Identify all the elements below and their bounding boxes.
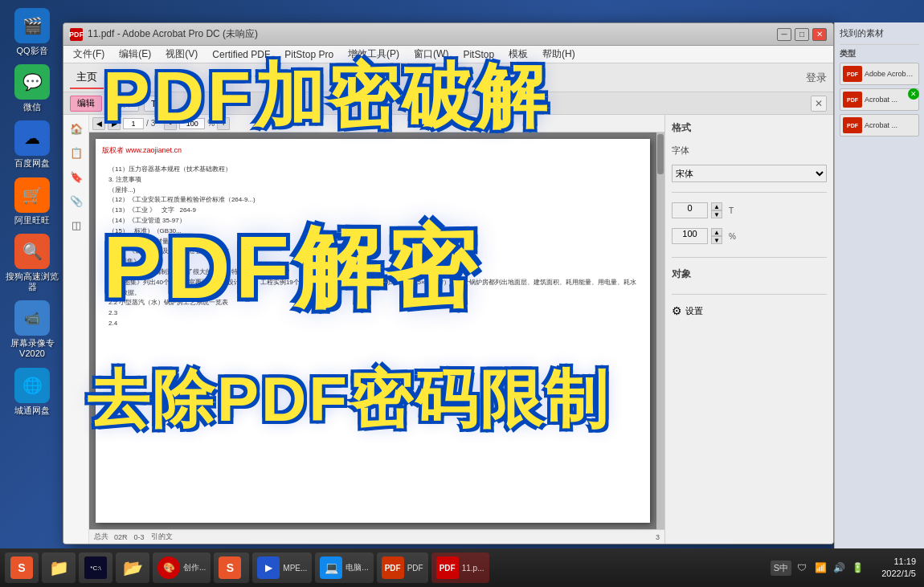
desktop-icon-screen-rec[interactable]: 📹 屏幕录像专V2020 xyxy=(3,300,61,359)
pdf-next-btn[interactable]: ▶ xyxy=(108,117,121,130)
pdf-line: 5. 在《图集》的编制过程中了很大的支持，特表示感谢。 xyxy=(108,267,637,278)
panel-icon-copy[interactable]: 📋 xyxy=(67,144,85,161)
taskbar-btn-acrobat[interactable]: PDF 11.p... xyxy=(431,552,489,583)
menu-item-window[interactable]: 窗口(W) xyxy=(407,46,455,63)
menu-bar: 文件(F) 编辑(E) 视图(V) Certified PDF PitStop … xyxy=(63,46,833,63)
sub-toolbar-edit-btn[interactable]: 编辑 xyxy=(70,96,102,112)
taskbar-icon-cmd: *C:\ xyxy=(84,556,107,579)
taskbar-icon-sougou2: S xyxy=(219,556,241,579)
window-maximize-button[interactable]: □ xyxy=(795,28,809,41)
panel-icon-home[interactable]: 🏠 xyxy=(67,120,85,137)
taskbar-btn-sougou2[interactable]: S xyxy=(214,552,249,583)
prop-size-up[interactable]: ▲ xyxy=(711,202,722,210)
desktop-icon-wechat[interactable]: 💬 微信 xyxy=(3,64,61,112)
pdf-line: （14）《工业管道 35-97） xyxy=(108,216,637,226)
desktop-icon-baidup[interactable]: ☁ 百度网盘 xyxy=(3,120,61,169)
page-info: 总共 xyxy=(94,532,112,542)
taskbar-btn-folder1[interactable]: 📁 xyxy=(42,552,76,583)
taskbar-icon-folder2: 📂 xyxy=(121,556,144,579)
pdf-line: 2.3 xyxy=(108,308,637,319)
tray-icon-volume[interactable]: 🔊 xyxy=(831,560,847,576)
pdf-line: （16）《城市 耗材量m³—方 xyxy=(108,237,637,247)
pdf-scrollbar-vertical[interactable] xyxy=(656,132,664,529)
taskbar-btn-pc[interactable]: 💻 电脑... xyxy=(315,552,373,583)
taskbar-btn-cmd[interactable]: *C:\ xyxy=(79,552,112,583)
outer-mat-item-2[interactable]: PDF Acrobat ... xyxy=(840,114,919,137)
pdf-line: （13）《工业 》 文字 264-9 xyxy=(108,206,637,216)
prop-size-down[interactable]: ▼ xyxy=(711,210,722,218)
tray-lang-indicator[interactable]: S中 xyxy=(771,561,791,576)
taskbar-icon-creative: 🎨 xyxy=(157,556,180,579)
taskbar-btn-sougou[interactable]: S xyxy=(5,552,39,583)
clock-time: 11:19 xyxy=(868,556,916,568)
pdf-zoom-in-btn[interactable]: + xyxy=(217,117,230,130)
pdf-line: （屋排...) xyxy=(108,185,637,196)
pdf-line: 2.2 小型蒸汽（水）锅炉房工艺系统一览表 xyxy=(108,298,637,308)
tray-icon-shield[interactable]: 🛡 xyxy=(794,560,810,576)
prop-kerning-row: 100 ▲ ▼ % xyxy=(672,228,827,244)
menu-item-help[interactable]: 帮助(H) xyxy=(536,46,582,63)
desktop-icon-city-disk[interactable]: 🌐 城通网盘 xyxy=(3,368,61,416)
panel-icon-attach[interactable]: 📎 xyxy=(67,192,85,210)
settings-label: 设置 xyxy=(685,305,703,317)
pdf-zoom-out-btn[interactable]: - xyxy=(164,117,177,130)
menu-item-edit[interactable]: 编辑(E) xyxy=(112,46,157,63)
prop-font-select[interactable]: 宋体 xyxy=(672,165,827,182)
toolbar-tab-tools[interactable]: 工具 xyxy=(117,67,150,88)
pdf-scroll-area[interactable]: 版权者 www.zaojianet.cn （11）压力容器基本规程（技术基础教程… xyxy=(89,132,656,529)
desktop-icon-alibaba[interactable]: 🛒 阿里旺旺 xyxy=(3,177,61,226)
window-minimize-button[interactable]: ─ xyxy=(777,28,791,41)
panel-icon-layers[interactable]: ◫ xyxy=(67,216,85,234)
prop-t-icon: T xyxy=(729,206,734,215)
outer-mat-item-0[interactable]: PDF Adobe Acrobat ... xyxy=(840,63,919,85)
prop-size-spinner[interactable]: ▲ ▼ xyxy=(711,202,722,218)
menu-item-file[interactable]: 文件(F) xyxy=(67,46,111,63)
pdf-main-area: 版权者 www.zaojianet.cn （11）压力容器基本规程（技术基础教程… xyxy=(89,132,664,529)
prop-size-input[interactable]: 0 xyxy=(672,202,708,218)
outer-mat-text-0: Adobe Acrobat ... xyxy=(865,70,916,78)
prop-kerning-spinner[interactable]: ▲ ▼ xyxy=(711,228,722,244)
taskbar-btn-mpe[interactable]: ▶ MPE... xyxy=(252,552,312,583)
desktop-icon-sougou[interactable]: 🔍 搜狗高速浏览器 xyxy=(3,234,61,292)
taskbar-btn-folder2[interactable]: 📂 xyxy=(116,552,149,583)
sub-toolbar: 编辑 选择 T ✕ xyxy=(63,92,833,115)
pdf-line: （17）《锅炉 施工及验收规范 接管 m—方 xyxy=(108,247,637,257)
window-close-button[interactable]: ✕ xyxy=(812,28,827,41)
pdf-prev-btn[interactable]: ◀ xyxy=(92,117,105,130)
outer-mat-item-1[interactable]: PDF Acrobat ... xyxy=(840,88,919,111)
toolbar-login-button[interactable]: 登录 xyxy=(806,71,827,85)
sub-toolbar-btn2[interactable]: T xyxy=(144,96,164,112)
pdf-page-input[interactable] xyxy=(123,118,144,129)
taskbar-label-creative: 创作... xyxy=(183,562,206,573)
prop-kerning-input[interactable]: 100 xyxy=(672,228,708,244)
desktop-icon-label: 屏幕录像专V2020 xyxy=(3,338,61,359)
sub-toolbar-close-button[interactable]: ✕ xyxy=(811,96,827,112)
prop-kerning-down[interactable]: ▼ xyxy=(711,236,722,244)
section-divider xyxy=(672,192,827,193)
menu-item-tools[interactable]: 增效工具(P) xyxy=(341,46,406,63)
left-panel: 🏠 📋 🔖 📎 ◫ xyxy=(63,115,89,544)
desktop-icon-qqvideo[interactable]: 🎬 QQ影音 xyxy=(3,8,61,56)
pdf-scrollbar-thumb[interactable] xyxy=(657,134,664,174)
prop-kerning-up[interactable]: ▲ xyxy=(711,228,722,236)
menu-item-template[interactable]: 模板 xyxy=(502,46,534,63)
menu-item-view[interactable]: 视图(V) xyxy=(159,46,204,63)
panel-icon-bookmark[interactable]: 🔖 xyxy=(67,168,85,185)
menu-item-pitstop-pro[interactable]: PitStop Pro xyxy=(278,47,340,62)
menu-item-pitstop[interactable]: PitStop xyxy=(456,47,501,62)
toolbar-tab-edit[interactable]: 编辑 xyxy=(163,67,197,88)
pdf-zoom-input[interactable] xyxy=(179,118,205,129)
taskbar-icon-pdf-tool: PDF xyxy=(382,556,404,579)
sub-toolbar-btn1[interactable]: 选择 xyxy=(107,96,139,112)
taskbar: S 📁 *C:\ 📂 🎨 创作... S ▶ MPE... 💻 电脑... PD… xyxy=(0,548,924,587)
taskbar-btn-pdf-tool[interactable]: PDF PDF xyxy=(377,552,428,583)
menu-item-certified[interactable]: Certified PDF xyxy=(206,47,276,62)
pdf-total-pages: 3 xyxy=(151,119,156,128)
toolbar-tab-home[interactable]: 主页 xyxy=(70,67,104,89)
taskbar-tray: S中 🛡 📶 🔊 🔋 11:19 2022/1/5 xyxy=(771,556,919,581)
taskbar-btn-creative[interactable]: 🎨 创作... xyxy=(153,552,211,583)
tray-icon-network[interactable]: 📶 xyxy=(812,560,828,576)
clock-date: 2022/1/5 xyxy=(868,568,916,580)
window-app-icon: PDF xyxy=(70,28,83,41)
tray-icon-battery[interactable]: 🔋 xyxy=(849,560,865,576)
